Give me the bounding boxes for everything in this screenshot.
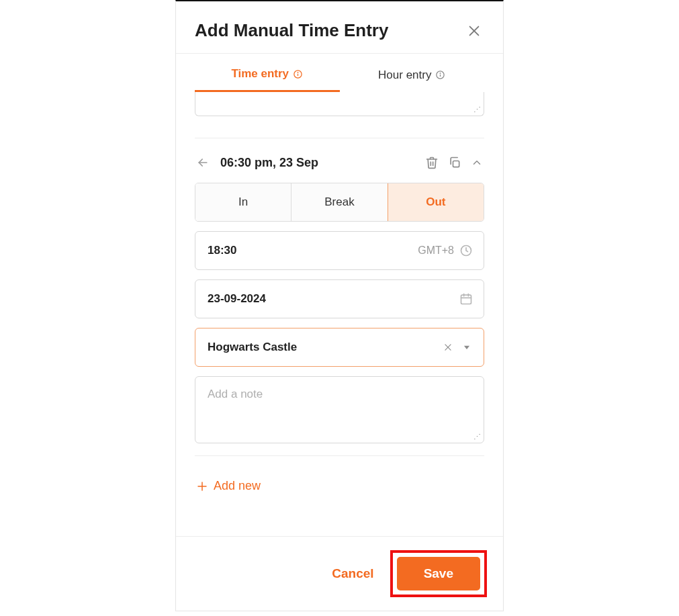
divider — [195, 455, 484, 456]
clock-type-segmented: In Break Out — [195, 183, 484, 222]
close-icon — [467, 24, 482, 38]
location-dropdown-toggle[interactable] — [461, 341, 473, 353]
save-button[interactable]: Save — [397, 557, 480, 590]
segment-break[interactable]: Break — [291, 183, 388, 221]
tab-hour-entry-label: Hour entry — [378, 69, 431, 82]
info-icon — [435, 70, 445, 80]
timezone-label: GMT+8 — [418, 245, 454, 257]
close-button[interactable] — [464, 21, 484, 41]
resize-handle-icon: ⋰ — [473, 433, 481, 441]
collapsed-textarea[interactable]: ⋰ — [195, 92, 484, 116]
svg-rect-9 — [453, 161, 459, 167]
modal-header: Add Manual Time Entry — [176, 1, 503, 54]
modal-title: Add Manual Time Entry — [195, 20, 388, 41]
delete-button[interactable] — [424, 155, 440, 171]
add-manual-time-entry-modal: Add Manual Time Entry Time entry Hour en… — [175, 0, 504, 611]
clear-location-button[interactable] — [442, 341, 454, 353]
time-field[interactable]: GMT+8 — [195, 231, 484, 270]
trash-icon — [425, 156, 439, 169]
entry-summary-text: 06:30 pm, 23 Sep — [220, 156, 318, 170]
divider — [195, 138, 484, 138]
calendar-icon — [459, 292, 473, 306]
add-new-button[interactable]: Add new — [195, 470, 484, 508]
svg-point-7 — [441, 73, 441, 74]
back-arrow-icon[interactable] — [195, 155, 211, 171]
plus-icon — [196, 480, 208, 492]
collapse-button[interactable] — [469, 155, 484, 170]
add-new-label: Add new — [214, 479, 261, 493]
entry-summary-row: 06:30 pm, 23 Sep — [195, 150, 484, 183]
time-input[interactable] — [206, 243, 411, 258]
clock-icon — [459, 244, 473, 257]
date-field[interactable] — [195, 279, 484, 318]
cancel-button[interactable]: Cancel — [328, 560, 377, 588]
date-input[interactable] — [206, 292, 453, 306]
location-field[interactable] — [195, 328, 484, 367]
segment-out[interactable]: Out — [388, 183, 484, 222]
tab-time-entry-label: Time entry — [231, 67, 289, 81]
duplicate-button[interactable] — [447, 155, 463, 171]
svg-rect-11 — [461, 295, 471, 304]
modal-footer: Cancel Save — [176, 536, 503, 611]
caret-down-icon — [462, 343, 471, 352]
svg-marker-17 — [464, 346, 469, 349]
note-field[interactable]: ⋰ — [195, 376, 484, 443]
resize-handle-icon: ⋰ — [473, 105, 481, 114]
note-textarea[interactable] — [206, 386, 473, 433]
svg-point-4 — [298, 72, 298, 73]
close-icon — [443, 343, 453, 352]
location-input[interactable] — [206, 340, 435, 355]
segment-in[interactable]: In — [195, 183, 291, 221]
save-highlight-box: Save — [390, 550, 487, 597]
info-icon — [293, 69, 303, 79]
tab-hour-entry[interactable]: Hour entry — [340, 54, 485, 92]
chevron-up-icon — [471, 157, 483, 169]
entry-mode-tabs: Time entry Hour entry — [176, 54, 503, 92]
copy-icon — [448, 156, 461, 169]
tab-time-entry[interactable]: Time entry — [195, 54, 340, 92]
